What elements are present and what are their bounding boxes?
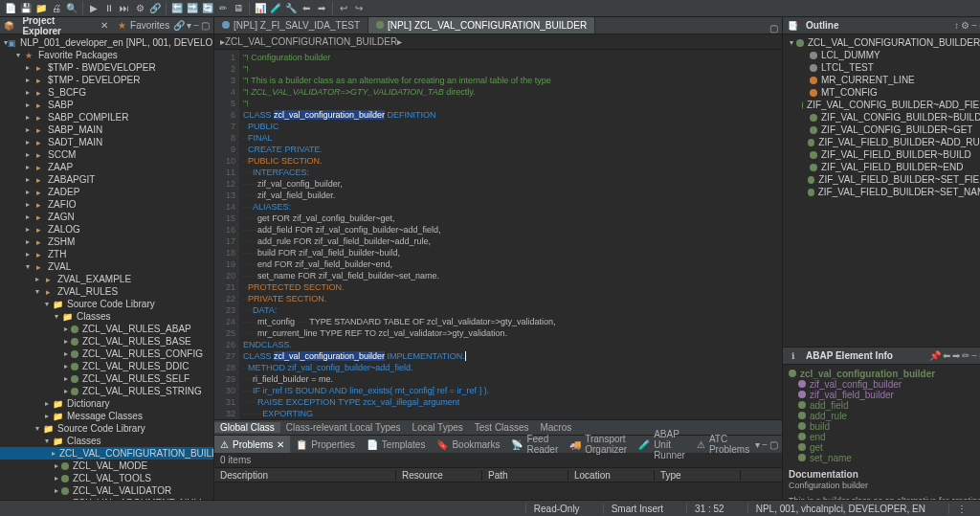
- toolbar-button-16[interactable]: 🧪: [269, 2, 282, 15]
- outline-item-ZIF_VAL_CONFIG_BUILDER~BUILD[interactable]: ZIF_VAL_CONFIG_BUILDER~BUILD: [783, 111, 980, 123]
- toolbar-button-15[interactable]: 📊: [254, 2, 267, 15]
- outline-root[interactable]: ▾ZCL_VAL_CONFIGURATION_BUILDER: [783, 36, 980, 49]
- package-$TMP - BWDEVELOPER[interactable]: ▸▸$TMP - BWDEVELOPER: [0, 61, 213, 74]
- package-ZVAL[interactable]: ▾▸ZVAL: [0, 260, 213, 273]
- project-tree[interactable]: ▾▣NLP_001_developer_en [NPL, 001, DEVELO…: [0, 34, 213, 500]
- bottom-tab-bookmarks[interactable]: 🔖Bookmarks: [431, 436, 505, 453]
- favorites-tab[interactable]: Favorites: [130, 20, 169, 31]
- editor-tab-2[interactable]: [NPL] ZCL_VAL_CONFIGURATION_BUILDER: [368, 17, 595, 34]
- package-SABP_MAIN[interactable]: ▸▸SABP_MAIN: [0, 123, 213, 136]
- class-ZCL_VAL_MODE[interactable]: ▸ZCL_VAL_MODE: [0, 460, 213, 472]
- package-ZAFIO[interactable]: ▸▸ZAFIO: [0, 198, 213, 211]
- class-ZCL_VAL_RULES_ABAP[interactable]: ▸ZCL_VAL_RULES_ABAP: [0, 323, 213, 335]
- package-SCCM[interactable]: ▸▸SCCM: [0, 148, 213, 161]
- outline-tree[interactable]: ▾ZCL_VAL_CONFIGURATION_BUILDERLCL_DUMMYL…: [783, 34, 980, 347]
- package-$TMP - DEVELOPER[interactable]: ▸▸$TMP - DEVELOPER: [0, 74, 213, 86]
- package-SABP_COMPILER[interactable]: ▸▸SABP_COMPILER: [0, 111, 213, 123]
- bottom-tab-abap-unit-runner[interactable]: 🧪ABAP Unit Runner: [633, 436, 691, 453]
- problems-col-location[interactable]: Location: [568, 470, 655, 481]
- package-ZALOG[interactable]: ▸▸ZALOG: [0, 223, 213, 236]
- problems-col-path[interactable]: Path: [482, 470, 568, 481]
- toolbar-button-8[interactable]: ⚙: [133, 2, 146, 15]
- toolbar-button-17[interactable]: 🔧: [284, 2, 298, 15]
- toolbar-button-12[interactable]: 🔄: [201, 2, 214, 15]
- package-ZABAPGIT[interactable]: ▸▸ZABAPGIT: [0, 173, 213, 186]
- outline-item-ZIF_VAL_FIELD_BUILDER~BUILD[interactable]: ZIF_VAL_FIELD_BUILDER~BUILD: [783, 148, 980, 161]
- toolbar-button-1[interactable]: 💾: [19, 2, 33, 15]
- toolbar-button-21[interactable]: ↪: [352, 2, 366, 15]
- toolbar-button-4[interactable]: 🔍: [65, 2, 78, 15]
- filter-icon[interactable]: ⚙: [961, 20, 969, 31]
- close-icon[interactable]: ✕: [277, 439, 284, 450]
- class-ZCL_VAL_TOOLS[interactable]: ▸ZCL_VAL_TOOLS: [0, 472, 213, 484]
- back-icon[interactable]: ⬅: [943, 350, 950, 361]
- status-menu-icon[interactable]: ⋮: [948, 504, 974, 514]
- toolbar-button-20[interactable]: ↩: [337, 2, 350, 15]
- class-ZCL_VAL_CONFIGURATION_BUILDER[interactable]: ▸ZCL_VAL_CONFIGURATION_BUILDER: [0, 447, 213, 460]
- outline-item-ZIF_VAL_CONFIG_BUILDER~ADD_FIELD[interactable]: ZIF_VAL_CONFIG_BUILDER~ADD_FIELD: [783, 99, 980, 111]
- source-code-library[interactable]: ▾📁Source Code Library: [0, 298, 213, 310]
- class-tab-macros[interactable]: Macros: [534, 422, 577, 433]
- outline-item-LCL_DUMMY[interactable]: LCL_DUMMY: [783, 49, 980, 61]
- toolbar-button-19[interactable]: ➡: [315, 2, 328, 15]
- package-ZVAL_RULES[interactable]: ▾▸ZVAL_RULES: [0, 285, 213, 298]
- outline-item-LTCL_TEST[interactable]: LTCL_TEST: [783, 61, 980, 74]
- bottom-tab-feed-reader[interactable]: 📡Feed Reader: [505, 436, 564, 453]
- class-ZCL_VAL_RULES_DDIC[interactable]: ▸ZCL_VAL_RULES_DDIC: [0, 360, 213, 372]
- view-menu-icon[interactable]: ▾: [187, 20, 191, 31]
- source-code-library-2[interactable]: ▾📁Source Code Library: [0, 422, 213, 435]
- toolbar-button-5[interactable]: ▶: [87, 2, 100, 15]
- outline-item-MR_CURRENT_LINE[interactable]: MR_CURRENT_LINE: [783, 74, 980, 86]
- package-ZAGN[interactable]: ▸▸ZAGN: [0, 211, 213, 223]
- forward-icon[interactable]: ➡: [952, 350, 960, 361]
- link-with-editor-icon[interactable]: 🔗: [173, 20, 185, 31]
- minimize-icon[interactable]: −: [971, 350, 977, 361]
- toolbar-button-18[interactable]: ⬅: [300, 2, 313, 15]
- bottom-tab-properties[interactable]: 📋Properties: [290, 436, 361, 453]
- toolbar-button-14[interactable]: 🖥: [232, 2, 245, 15]
- bottom-tab-problems[interactable]: ⚠Problems ✕: [214, 436, 290, 453]
- toolbar-button-11[interactable]: 🔜: [186, 2, 199, 15]
- toolbar-button-13[interactable]: ✏: [216, 2, 230, 15]
- package-ZAAP[interactable]: ▸▸ZAAP: [0, 161, 213, 173]
- minimize-icon[interactable]: −: [762, 439, 768, 450]
- package-SADT_MAIN[interactable]: ▸▸SADT_MAIN: [0, 136, 213, 148]
- toolbar-button-3[interactable]: 🖨: [50, 2, 63, 15]
- class-ZCL_VAL_RULES_BASE[interactable]: ▸ZCL_VAL_RULES_BASE: [0, 335, 213, 348]
- code-editor[interactable]: 1234567891011121314151617181920212223242…: [214, 50, 782, 419]
- toolbar-button-10[interactable]: 🔙: [170, 2, 184, 15]
- outline-item-ZIF_VAL_FIELD_BUILDER~SET_NAME[interactable]: ZIF_VAL_FIELD_BUILDER~SET_NAME: [783, 186, 980, 198]
- minimize-icon[interactable]: −: [971, 20, 977, 31]
- bottom-tab-transport-organizer[interactable]: 🚚Transport Organizer: [564, 436, 633, 453]
- class-ZCL_VAL_RULES_STRING[interactable]: ▸ZCL_VAL_RULES_STRING: [0, 385, 213, 397]
- sort-icon[interactable]: ↕: [954, 20, 959, 31]
- breadcrumb[interactable]: ▸ ZCL_VAL_CONFIGURATION_BUILDER ▸: [214, 34, 782, 50]
- outline-item-MT_CONFIG[interactable]: MT_CONFIG: [783, 86, 980, 99]
- minimize-icon[interactable]: −: [193, 20, 199, 31]
- dictionary-folder[interactable]: ▸📁Dictionary: [0, 397, 213, 410]
- pin-icon[interactable]: 📌: [929, 350, 941, 361]
- editor-tab-1[interactable]: [NPL] Z_FI_SALV_IDA_TEST: [214, 17, 368, 34]
- maximize-icon[interactable]: ▢: [769, 439, 778, 450]
- outline-item-ZIF_VAL_FIELD_BUILDER~ADD_RULE[interactable]: ZIF_VAL_FIELD_BUILDER~ADD_RULE: [783, 136, 980, 148]
- edit-icon[interactable]: ✏: [962, 350, 969, 361]
- toolbar-button-2[interactable]: 📁: [34, 2, 48, 15]
- bottom-tab-atc-problems[interactable]: ⚠ATC Problems: [691, 436, 755, 453]
- outline-item-ZIF_VAL_FIELD_BUILDER~SET_FIELD[interactable]: ZIF_VAL_FIELD_BUILDER~SET_FIELD: [783, 173, 980, 186]
- project-root[interactable]: ▾▣NLP_001_developer_en [NPL, 001, DEVELO…: [0, 36, 213, 49]
- package-ZADEP[interactable]: ▸▸ZADEP: [0, 186, 213, 198]
- bottom-tab-templates[interactable]: 📄Templates: [361, 436, 432, 453]
- package-SABP[interactable]: ▸▸SABP: [0, 99, 213, 111]
- class-ZCL_VAL_RULES_CONFIG[interactable]: ▸ZCL_VAL_RULES_CONFIG: [0, 348, 213, 360]
- toolbar-button-6[interactable]: ⏸: [102, 2, 116, 15]
- package-S_BCFG[interactable]: ▸▸S_BCFG: [0, 86, 213, 99]
- favorites-icon[interactable]: ★: [118, 20, 126, 31]
- class-tab-test-classes[interactable]: Test Classes: [469, 422, 535, 433]
- class-tab-local-types[interactable]: Local Types: [407, 422, 469, 433]
- breadcrumb-class[interactable]: ZCL_VAL_CONFIGURATION_BUILDER: [225, 36, 397, 47]
- maximize-editor-icon[interactable]: ▢: [769, 23, 778, 34]
- close-icon[interactable]: ✕: [100, 20, 108, 31]
- class-ZCL_VAL_VALIDATOR[interactable]: ▸ZCL_VAL_VALIDATOR: [0, 484, 213, 497]
- maximize-icon[interactable]: ▢: [201, 20, 210, 31]
- toolbar-button-9[interactable]: 🔗: [148, 2, 162, 15]
